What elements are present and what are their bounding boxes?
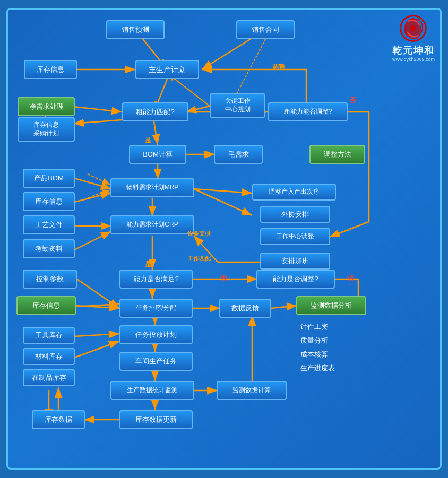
adjust-method-box: 调整方法 [309, 145, 365, 164]
svg-line-53 [88, 190, 110, 198]
process-file-box: 工艺文件 [23, 215, 75, 234]
attendance-box: 考勤资料 [23, 239, 75, 258]
svg-line-48 [73, 107, 122, 112]
key-work-center-box: 关键工作中心规划 [210, 93, 265, 118]
svg-line-24 [329, 222, 369, 237]
svg-line-17 [74, 178, 111, 189]
crp-box: 能力需求计划CRP [110, 215, 194, 234]
company-name: 乾元坤和 [392, 44, 435, 57]
capacity-satisfy-box: 能力是否满足? [119, 270, 193, 289]
svg-line-50 [236, 39, 265, 94]
control-params-box: 控制参数 [23, 270, 77, 289]
svg-line-20 [74, 231, 111, 250]
inventory-update-box: 库存数据更新 [119, 410, 193, 429]
inventory-data-box: 库存数据 [32, 410, 85, 429]
svg-point-1 [410, 25, 416, 31]
rough-match-box: 粗能力匹配? [122, 102, 188, 121]
svg-line-40 [74, 341, 119, 358]
material-inventory-box: 材料库存 [23, 348, 75, 365]
yes-label-1: 是 [145, 136, 151, 145]
net-req-process-box: 净需求处理 [18, 97, 75, 116]
adjust-prod-seq-box: 调整产入产出次序 [252, 184, 336, 201]
arrange-overtime-box: 安排加班 [260, 253, 330, 270]
work-match-label: 工作匹配 [187, 255, 211, 263]
inventory-info-2-box: 库存信息 [23, 192, 75, 211]
logo-icon [399, 14, 428, 43]
sales-contract-box: 销售合同 [236, 20, 295, 39]
workshop-task-box: 车间生产任务 [119, 352, 193, 371]
svg-line-23 [194, 189, 252, 215]
svg-line-34 [76, 306, 119, 308]
workcenter-adjust-box: 工作中心调整 [260, 228, 330, 245]
svg-line-52 [88, 174, 110, 185]
mrp-box: 物料需求计划MRP [110, 178, 194, 197]
svg-line-36 [271, 306, 297, 308]
company-url: www.qykh2009.com [392, 57, 435, 62]
production-monitor-box: 生产数据统计监测 [110, 381, 194, 400]
monitor-list: 计件工资 质量分析 成本核算 生产进度表 [296, 320, 366, 375]
no-label-3: 否 [348, 274, 354, 283]
no-label-2: 否 [220, 274, 227, 283]
gross-demand-box: 毛需求 [214, 145, 263, 164]
main-container: 乾元坤和 www.qykh2009.com [6, 8, 442, 470]
svg-line-54 [76, 304, 119, 307]
task-assign-box: 任务排序/分配 [119, 299, 193, 318]
data-feedback-box: 数据反馈 [219, 299, 271, 318]
sales-forecast-box: 销售预测 [106, 20, 165, 39]
inventory-info-3-box: 库存信息 [16, 296, 76, 315]
monitor-analysis-box: 监测数据分析 [296, 296, 366, 315]
outsource-box: 外协安排 [260, 206, 330, 223]
inventory-info-1-box: 库存信息 [24, 60, 77, 79]
svg-line-8 [186, 106, 210, 112]
wip-inventory-box: 在制品库存 [23, 369, 75, 386]
svg-line-49 [73, 120, 122, 124]
svg-line-22 [194, 189, 252, 193]
logo-area: 乾元坤和 www.qykh2009.com [392, 14, 435, 62]
svg-line-18 [74, 193, 111, 202]
inventory-purchase-box: 库存信息采购计划 [18, 117, 75, 142]
capacity-adjust-box: 能力是否调整? [256, 270, 335, 289]
master-plan-box: 主生产计划 [135, 60, 199, 79]
product-bom-box: 产品BOM [23, 169, 75, 188]
rough-adjust-box: 粗能力能否调整? [268, 102, 348, 121]
no-label-1: 否 [349, 96, 356, 105]
svg-line-13 [154, 121, 158, 145]
monitor-calc-box: 监测数据计算 [217, 381, 287, 400]
tool-inventory-box: 工具库存 [23, 327, 75, 344]
task-release-box: 任务投放计划 [119, 325, 193, 344]
bom-calc-box: BOM计算 [129, 145, 186, 164]
svg-line-33 [77, 279, 119, 308]
adjust-label: 调整 [272, 63, 285, 72]
equip-label: 设备支供 [187, 230, 211, 238]
svg-line-39 [74, 334, 119, 336]
yes-label-2: 是 [145, 260, 151, 269]
